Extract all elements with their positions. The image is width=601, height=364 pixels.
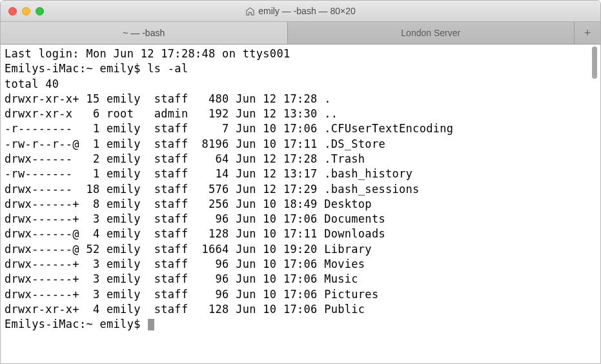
- terminal-content[interactable]: Last login: Mon Jun 12 17:28:48 on ttys0…: [1, 45, 600, 363]
- listing-row: drwx------ 2 emily staff 64 Jun 12 17:28…: [5, 152, 596, 167]
- tab-london-server[interactable]: London Server: [288, 22, 575, 44]
- prompt: Emilys-iMac:~ emily$: [5, 62, 147, 75]
- command: ls -al: [147, 62, 188, 75]
- listing-row: drwx------+ 3 emily staff 96 Jun 10 17:0…: [5, 257, 596, 272]
- tab-bash[interactable]: ~ — -bash: [1, 22, 288, 44]
- window-title-wrap: emily — -bash — 80×20: [1, 6, 600, 16]
- listing-row: drwx------+ 3 emily staff 96 Jun 10 17:0…: [5, 272, 596, 287]
- tab-bar: ~ — -bash London Server +: [1, 22, 600, 45]
- prompt-line-2: Emilys-iMac:~ emily$: [5, 317, 596, 332]
- listing-row: drwx------+ 3 emily staff 96 Jun 10 17:0…: [5, 287, 596, 302]
- prompt: Emilys-iMac:~ emily$: [5, 318, 147, 330]
- scrollbar[interactable]: [589, 46, 600, 85]
- listing-row: drwxr-xr-x+ 15 emily staff 480 Jun 12 17…: [5, 92, 596, 106]
- traffic-lights: [1, 7, 44, 15]
- last-login-line: Last login: Mon Jun 12 17:28:48 on ttys0…: [5, 46, 596, 61]
- listing-row: drwx------@ 4 emily staff 128 Jun 10 17:…: [5, 227, 596, 241]
- maximize-button[interactable]: [36, 7, 44, 15]
- new-tab-button[interactable]: +: [575, 22, 600, 44]
- listing-row: drwx------+ 3 emily staff 96 Jun 10 17:0…: [5, 212, 596, 227]
- close-button[interactable]: [8, 7, 17, 15]
- listing-row: drwx------@ 52 emily staff 1664 Jun 10 1…: [5, 242, 596, 257]
- cursor: [148, 319, 154, 330]
- listing-row: drwx------ 18 emily staff 576 Jun 12 17:…: [5, 182, 596, 197]
- scrollbar-thumb[interactable]: [592, 46, 597, 79]
- minimize-button[interactable]: [22, 7, 30, 15]
- listing-row: -rw------- 1 emily staff 14 Jun 12 13:17…: [5, 167, 596, 181]
- window-title: emily — -bash — 80×20: [258, 6, 356, 16]
- listing-row: -r-------- 1 emily staff 7 Jun 10 17:06 …: [5, 121, 596, 136]
- home-icon: [245, 6, 255, 16]
- listing-row: -rw-r--r--@ 1 emily staff 8196 Jun 10 17…: [5, 137, 596, 152]
- file-listing: drwxr-xr-x+ 15 emily staff 480 Jun 12 17…: [5, 92, 596, 317]
- plus-icon: +: [584, 26, 591, 40]
- total-line: total 40: [5, 77, 596, 92]
- listing-row: drwxr-xr-x 6 root admin 192 Jun 12 13:30…: [5, 106, 596, 121]
- prompt-line: Emilys-iMac:~ emily$ ls -al: [5, 61, 596, 76]
- listing-row: drwxr-xr-x+ 4 emily staff 128 Jun 10 17:…: [5, 302, 596, 317]
- title-bar[interactable]: emily — -bash — 80×20: [1, 1, 600, 22]
- listing-row: drwx------+ 8 emily staff 256 Jun 10 18:…: [5, 197, 596, 212]
- tab-label: ~ — -bash: [123, 28, 165, 38]
- tab-label: London Server: [401, 28, 460, 38]
